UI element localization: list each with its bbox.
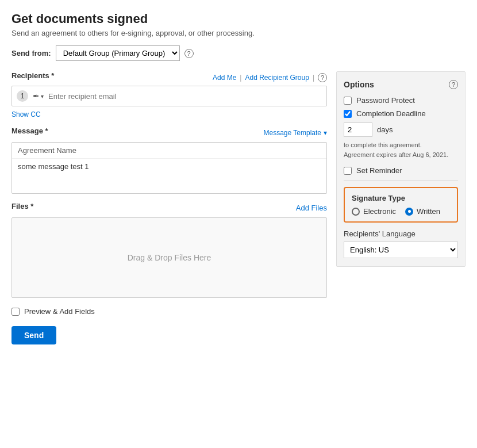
options-divider: [344, 181, 458, 181]
options-help-icon[interactable]: ?: [449, 80, 458, 89]
preview-label[interactable]: Preview & Add Fields: [24, 307, 95, 316]
send-from-help-icon[interactable]: ?: [184, 49, 194, 58]
electronic-label: Electronic: [363, 207, 396, 216]
recipient-email-input[interactable]: [48, 92, 322, 101]
add-files-link[interactable]: Add Files: [296, 204, 327, 212]
pen-icon: ✒: [33, 91, 40, 101]
deadline-note: to complete this agreement. Agreement ex…: [344, 140, 458, 159]
signature-type-title: Signature Type: [352, 194, 450, 202]
electronic-radio-icon: [352, 208, 360, 216]
options-panel: Options ? Password Protect Completion De…: [336, 71, 466, 267]
send-from-label: Send from:: [11, 49, 51, 58]
message-body-field[interactable]: some message test 1: [12, 159, 326, 193]
agreement-name-field[interactable]: Agreement Name: [12, 143, 326, 159]
completion-deadline-row: Completion Deadline: [344, 109, 458, 118]
password-protect-label[interactable]: Password Protect: [356, 96, 415, 105]
signature-type-radio-group: Electronic Written: [352, 207, 450, 216]
files-label: Files *: [11, 202, 33, 210]
electronic-radio-item[interactable]: Electronic: [352, 207, 396, 216]
password-protect-row: Password Protect: [344, 96, 458, 105]
message-template-btn[interactable]: Message Template ▾: [264, 129, 328, 137]
template-chevron-icon: ▾: [324, 129, 327, 137]
drop-text: Drag & Drop Files Here: [128, 253, 211, 262]
written-label: Written: [417, 207, 440, 216]
completion-deadline-checkbox[interactable]: [344, 110, 352, 118]
written-radio-item[interactable]: Written: [405, 207, 440, 216]
deadline-input-row: days: [344, 122, 458, 137]
preview-checkbox[interactable]: [11, 308, 20, 316]
recipients-help-icon[interactable]: ?: [318, 73, 327, 82]
recipient-role-icon[interactable]: ✒ ▾: [33, 91, 44, 101]
password-protect-checkbox[interactable]: [344, 97, 352, 105]
page-title: Get documents signed: [11, 12, 466, 26]
show-cc-link[interactable]: Show CC: [11, 110, 41, 118]
add-me-link[interactable]: Add Me: [213, 74, 236, 82]
written-radio-icon: [405, 208, 413, 216]
message-box: Agreement Name some message test 1: [11, 142, 327, 194]
signature-type-box: Signature Type Electronic Written: [344, 187, 458, 223]
set-reminder-label[interactable]: Set Reminder: [356, 166, 402, 175]
page-subtitle: Send an agreement to others for e-signin…: [11, 29, 466, 37]
send-button[interactable]: Send: [11, 326, 56, 344]
language-select[interactable]: English: US: [344, 242, 458, 258]
deadline-days-unit: days: [377, 125, 393, 134]
role-chevron-icon: ▾: [41, 93, 44, 99]
deadline-days-input[interactable]: [344, 122, 372, 137]
message-label: Message *: [11, 127, 48, 135]
set-reminder-row: Set Reminder: [344, 166, 458, 175]
options-title: Options: [344, 80, 374, 89]
set-reminder-checkbox[interactable]: [344, 167, 352, 175]
send-from-select[interactable]: Default Group (Primary Group): [56, 45, 180, 61]
recipient-number: 1: [17, 90, 28, 102]
files-dropzone[interactable]: Drag & Drop Files Here: [11, 217, 327, 298]
completion-deadline-label[interactable]: Completion Deadline: [356, 109, 426, 118]
recipient-row: 1 ✒ ▾: [11, 86, 327, 106]
bottom-row: Preview & Add Fields: [11, 307, 327, 318]
recipients-language-label: Recipients' Language: [344, 229, 458, 238]
add-recipient-group-link[interactable]: Add Recipient Group: [245, 74, 309, 82]
recipients-label: Recipients *: [11, 71, 54, 80]
